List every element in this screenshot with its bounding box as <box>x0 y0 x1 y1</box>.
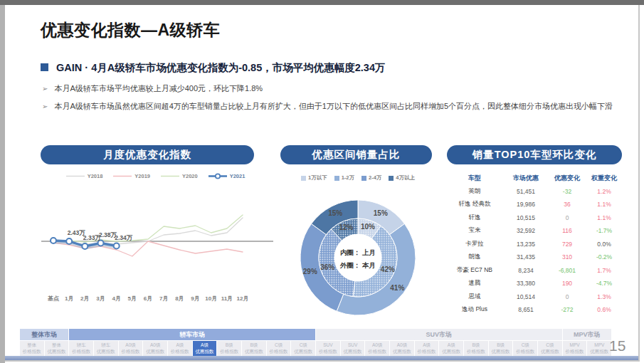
svg-text:内圈： 上月: 内圈： 上月 <box>340 248 376 256</box>
donut-legend-item: 1万以下 <box>301 174 327 182</box>
legend-item-Y2020: Y2020 <box>161 173 198 179</box>
donut-legend-item: 4万以上 <box>389 174 415 182</box>
legend-item-Y2021: Y2021 <box>208 173 246 179</box>
nav-tab[interactable]: B级价格指数 <box>217 341 241 356</box>
headline-text: GAIN · 4月A级轿车市场优惠变化指数为-0.85，市场平均优惠幅度2.34… <box>56 61 385 75</box>
page-number: 15 <box>609 337 625 354</box>
table-cell: -272 <box>549 306 585 313</box>
table-cell: 英朗 <box>447 187 502 196</box>
nav-tab[interactable]: 整体价格指数 <box>20 341 44 356</box>
svg-text:10月: 10月 <box>205 295 217 302</box>
table-cell: 1.1% <box>585 214 623 221</box>
svg-text:36%: 36% <box>320 263 334 271</box>
table-cell: 0 <box>549 214 585 221</box>
nav-tab[interactable]: A级优惠指数 <box>439 341 463 356</box>
table-cell: -32 <box>549 188 585 195</box>
svg-text:10%: 10% <box>361 223 375 231</box>
donut-chart: 15%41%29%15%10%42%36%12%内圈： 上月外圈： 本月 <box>283 186 436 334</box>
window-top-edge <box>0 0 644 5</box>
table-cell: 8,651 <box>502 306 549 313</box>
nav-tab[interactable]: C级优惠指数 <box>291 341 315 356</box>
table-row: 朗逸31,435310-0.2% <box>447 251 623 264</box>
nav-tab[interactable]: A0级价格指数 <box>119 341 143 356</box>
nav-tab[interactable]: 整体优惠指数 <box>45 341 69 356</box>
svg-text:11月: 11月 <box>221 295 233 302</box>
svg-text:9月: 9月 <box>191 295 199 302</box>
legend-swatch-icon <box>334 176 339 181</box>
nav-group-整体市场: 整体市场 <box>20 329 68 340</box>
svg-text:8月: 8月 <box>175 295 184 302</box>
table-cell: 轩逸 <box>447 214 502 222</box>
nav-tab[interactable]: A0级优惠指数 <box>390 341 414 356</box>
table-row: 英朗51,451-321.2% <box>447 185 623 199</box>
table-header-cell: 市场优惠 <box>502 174 549 183</box>
nav-tab[interactable]: B级价格指数 <box>464 341 488 356</box>
bullet-2-text: 本月A级轿车市场虽然优惠区间超4万的车型销量占比较上月有所扩大，但由于1万以下的… <box>54 100 613 114</box>
nav-tab[interactable]: A级价格指数 <box>168 341 192 356</box>
table-cell: 1.1% <box>585 201 623 208</box>
table-cell: 1.7% <box>585 267 623 274</box>
nav-group-SUV市场: SUV市场 <box>316 329 562 340</box>
nav-tab[interactable]: 轿车优惠指数 <box>94 341 118 356</box>
panel-header-donut: 优惠区间销量占比 <box>280 145 432 164</box>
svg-text:3月: 3月 <box>96 295 105 302</box>
table-cell: 51,451 <box>502 188 549 195</box>
nav-tab[interactable]: A级价格指数 <box>415 341 439 356</box>
legend-item-Y2018: Y2018 <box>66 173 103 179</box>
table-header-cell: 车型 <box>447 174 502 183</box>
square-bullet-icon <box>41 63 48 71</box>
table-cell: 朗逸 <box>447 253 502 261</box>
nav-tab[interactable]: C级优惠指数 <box>538 341 562 356</box>
nav-tab[interactable]: 轿车价格指数 <box>69 341 93 356</box>
nav-tab[interactable]: SUV优惠指数 <box>341 341 365 356</box>
table-cell: 190 <box>549 280 585 287</box>
svg-text:42%: 42% <box>381 265 395 273</box>
panel-header-table: 销量TOP10车型环比变化 <box>447 145 622 164</box>
nav-group-MPV市场: MPV市场 <box>563 329 611 340</box>
svg-text:4月: 4月 <box>112 295 120 302</box>
nav-tab-active[interactable]: A级优惠指数 <box>193 341 217 356</box>
table-cell: 310 <box>549 253 585 261</box>
window-left-edge <box>0 5 5 363</box>
nav-tab[interactable]: B级优惠指数 <box>489 341 513 356</box>
svg-text:5月: 5月 <box>128 295 137 302</box>
svg-text:2.34万: 2.34万 <box>115 234 133 241</box>
donut-legend-item: 1-2万 <box>334 174 354 182</box>
legend-swatch-icon <box>301 176 306 181</box>
svg-text:15%: 15% <box>374 209 388 217</box>
table-row: 卡罗拉13,2357290.0% <box>447 238 623 251</box>
nav-tab[interactable]: MPV价格指数 <box>563 341 587 356</box>
line-chart-legend: Y2018Y2019Y2020Y2021 <box>39 173 272 179</box>
table-row: 轩逸10,51501.1% <box>447 211 623 225</box>
nav-tab[interactable]: C级价格指数 <box>513 341 537 356</box>
nav-tab[interactable]: MPV优惠指数 <box>587 341 611 356</box>
nav-tab[interactable]: SUV价格指数 <box>316 341 340 356</box>
page-title: 优惠变化指数—A级轿车 <box>41 19 220 41</box>
table-row: 思域10,51401.3% <box>447 290 623 304</box>
table-cell: 31,435 <box>502 253 549 261</box>
table-cell: 10,515 <box>502 214 549 221</box>
headline: GAIN · 4月A级轿车市场优惠变化指数为-0.85，市场平均优惠幅度2.34… <box>41 61 624 75</box>
svg-text:7月: 7月 <box>159 295 168 302</box>
top10-table: 车型市场优惠优惠变化权重变化英朗51,451-321.2%轩逸 经典款19,98… <box>447 172 623 317</box>
table-cell: 33,380 <box>502 280 549 287</box>
svg-text:15%: 15% <box>328 209 342 217</box>
table-row: 逸动 Plus8,651-2720.6% <box>447 303 623 317</box>
table-cell: -6,801 <box>549 267 585 274</box>
nav-tab[interactable]: A0级价格指数 <box>365 341 389 356</box>
table-cell: 帝豪 EC7 NB <box>447 266 502 275</box>
donut-chart-legend: 1万以下1-2万2-4万4万以上 <box>282 174 434 182</box>
svg-text:12%: 12% <box>339 223 353 231</box>
svg-text:12月: 12月 <box>237 295 249 302</box>
table-row: 宝来32,592116-1.7% <box>447 224 623 238</box>
svg-text:基点: 基点 <box>47 295 60 302</box>
nav-tab[interactable]: A0级优惠指数 <box>143 341 167 356</box>
svg-text:41%: 41% <box>390 284 404 292</box>
market-nav-groups: 整体市场轿车市场SUV市场MPV市场 <box>20 329 611 341</box>
bullet-1: ➢ 本月A级轿车市场平均优惠较上月减少400元，环比下降1.8% <box>42 82 611 96</box>
table-cell: 逸动 Plus <box>447 305 502 314</box>
table-cell: 速腾 <box>447 279 502 288</box>
nav-tab[interactable]: C级价格指数 <box>267 341 291 356</box>
svg-text:2月: 2月 <box>80 295 89 302</box>
nav-tab[interactable]: B级优惠指数 <box>242 341 266 356</box>
